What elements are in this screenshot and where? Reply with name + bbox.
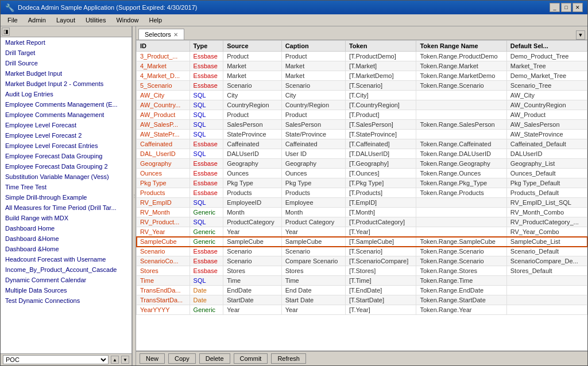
table-cell: Ounces [223, 169, 281, 178]
copy-button[interactable]: Copy [168, 353, 196, 364]
sidebar-item-multiple-data-sources[interactable]: Multiple Data Sources [1, 285, 131, 295]
table-row[interactable]: AW_ProductSQLProductProduct[T.Product]AW… [137, 110, 587, 120]
table-row[interactable]: 4_Market_D...EssbaseMarketMarket[T.Marke… [137, 71, 587, 81]
table-row[interactable]: AW_CitySQLCityCity[T.City]AW_City [137, 91, 587, 100]
table-row[interactable]: Pkg TypeEssbasePkg TypePkg Type[T.Pkg Ty… [137, 178, 587, 188]
sidebar-item-audit-log[interactable]: Audit Log Entries [1, 89, 131, 99]
sidebar-item-subst-var-manager[interactable]: Substitution Variable Manager (Vess) [1, 172, 131, 182]
table-row[interactable]: AW_StatePr...SQLStateProvinceState/Provi… [137, 130, 587, 139]
table-cell: Month [223, 208, 281, 217]
table-cell: [T.SalesPerson] [345, 120, 416, 130]
sidebar-item-dynamic-comment[interactable]: Dynamic Comment Calendar [1, 275, 131, 285]
sidebar-item-emp-level-forecast-entries[interactable]: Employee Level Forecast Entries [1, 141, 131, 151]
table-row[interactable]: OuncesEssbaseOuncesOunces[T.Ounces]Token… [137, 169, 587, 178]
menu-file[interactable]: File [3, 15, 22, 25]
table-cell: Products_Default [506, 188, 587, 198]
table-row[interactable]: GeographyEssbaseGeographyGeography[T.Geo… [137, 159, 587, 169]
tab-scroll-button[interactable]: ▼ [576, 30, 585, 40]
table-row[interactable]: RV_EmpIDSQLEmployeeIDEmployee[T.EmpID]RV… [137, 198, 587, 208]
menu-admin[interactable]: Admin [24, 15, 51, 25]
minimize-button[interactable]: _ [550, 3, 560, 12]
table-cell: [T.CountryRegion] [345, 100, 416, 110]
maximize-button[interactable]: □ [561, 3, 571, 12]
sidebar-nav-up[interactable]: ▲ [111, 356, 119, 364]
sidebar-item-market-budget[interactable]: Market Budget Input [1, 68, 131, 79]
table-row[interactable]: AW_Country...SQLCountryRegionCountry/Reg… [137, 100, 587, 110]
table-row[interactable]: SampleCubeGenericSampleCubeSampleCube[T.… [137, 237, 587, 247]
sidebar-item-time-tree-test[interactable]: Time Tree Test [1, 182, 131, 192]
sidebar-item-drill-through[interactable]: Simple Drill-through Example [1, 192, 131, 203]
sidebar-item-market-report[interactable]: Market Report [1, 37, 131, 48]
sidebar-item-emp-comments-mgmt-e[interactable]: Employee Comments Management (E... [1, 99, 131, 110]
table-row[interactable]: 4_MarketEssbaseMarketMarket[T.Market]Tok… [137, 61, 587, 71]
table-cell: Stores [281, 266, 345, 276]
new-button[interactable]: New [140, 353, 165, 364]
table-cell: AW_StatePr... [137, 130, 190, 139]
sidebar-item-dashboard-home[interactable]: Dashboard Home [1, 223, 131, 233]
table-cell: AW_StateProvince [506, 130, 587, 139]
table-cell [416, 91, 506, 100]
table-row[interactable]: TimeSQLTimeTime[T.Time]Token.Range.Time [137, 276, 587, 286]
table-cell: Geography [281, 159, 345, 169]
sidebar-item-build-range-mdx[interactable]: Build Range with MDX [1, 213, 131, 223]
menu-window[interactable]: Window [111, 15, 143, 25]
table-cell: Token.Range.Products [416, 188, 506, 198]
table-row[interactable]: TransStartDa...DateStartDateStart Date[T… [137, 295, 587, 305]
table-row[interactable]: CaffeinatedEssbaseCaffeinatedCaffeinated… [137, 139, 587, 149]
table-container[interactable]: ID Type Source Caption Token Token Range… [136, 40, 587, 351]
table-row[interactable]: StoresEssbaseStoresStores[T.Stores]Token… [137, 266, 587, 276]
table-cell: StateProvince [223, 130, 281, 139]
table-cell: DAL_UserID [137, 149, 190, 159]
sidebar-nav-down[interactable]: ▼ [121, 356, 129, 364]
table-row[interactable]: 3_Product_...EssbaseProductProduct[T.Pro… [137, 52, 587, 61]
sidebar-item-drill-target[interactable]: Drill Target [1, 48, 131, 58]
sidebar-item-dashboard-ahome-2[interactable]: Dashboard &Home [1, 244, 131, 254]
sidebar-item-emp-level-forecast-2[interactable]: Employee Level Forecast 2 [1, 130, 131, 141]
menu-layout[interactable]: Layout [52, 15, 80, 25]
sidebar-item-dashboard-ahome-1[interactable]: Dashboard &Home [1, 233, 131, 244]
sidebar-item-emp-comments-mgmt[interactable]: Employee Comments Management [1, 110, 131, 120]
table-row[interactable]: RV_YearGenericYearYear[T.Year]RV_Year_Co… [137, 227, 587, 237]
table-cell: City [281, 91, 345, 100]
sidebar-item-emp-forecast-grouping-2[interactable]: Employee Forecast Data Grouping 2 [1, 161, 131, 172]
tab-selectors[interactable]: Selectors ✕ [138, 29, 184, 40]
sidebar-item-test-dynamic[interactable]: Test Dynamic Connections [1, 295, 131, 306]
sidebar-item-income-product[interactable]: Income_By_Product_Account_Cascade [1, 264, 131, 275]
table-row[interactable]: 5_ScenarioEssbaseScenarioScenario[T.Scen… [137, 81, 587, 91]
refresh-button[interactable]: Refresh [271, 353, 306, 364]
table-row[interactable]: TransEndDa...DateEndDateEnd Date[T.EndDa… [137, 286, 587, 295]
table-cell: [T.ScenarioCompare] [345, 256, 416, 266]
sidebar-item-emp-level-forecast[interactable]: Employee Level Forecast [1, 120, 131, 130]
sidebar-item-headcount-forecast[interactable]: Headcount Forecast with Username [1, 254, 131, 264]
table-cell [506, 305, 587, 315]
table-row[interactable]: ScenarioCo...EssbaseScenarioCompare Scen… [137, 256, 587, 266]
table-cell: [T.StateProvince] [345, 130, 416, 139]
sidebar-item-all-measures[interactable]: All Measures for Time Period (Drill Tar.… [1, 203, 131, 213]
table-cell: [T.Year] [345, 227, 416, 237]
delete-button[interactable]: Delete [199, 353, 230, 364]
sidebar-category-select[interactable]: POC [3, 355, 109, 364]
sidebar-pin-button[interactable]: ◨ [2, 28, 10, 36]
table-cell: Scenario [223, 81, 281, 91]
close-button[interactable]: ✕ [572, 3, 583, 12]
table-row[interactable]: DAL_UserIDSQLDALUserIDUser ID[T.DALUserI… [137, 149, 587, 159]
tab-selectors-close[interactable]: ✕ [173, 32, 178, 38]
table-row[interactable]: RV_MonthGenericMonthMonth[T.Month]RV_Mon… [137, 208, 587, 217]
sidebar-item-drill-source[interactable]: Drill Source [1, 58, 131, 68]
table-cell: Geography_List [506, 159, 587, 169]
sidebar-item-emp-forecast-grouping[interactable]: Employee Forecast Data Grouping [1, 151, 131, 161]
table-cell: Generic [189, 237, 223, 247]
table-row[interactable]: ProductsEssbaseProductsProducts[T.Produc… [137, 188, 587, 198]
table-cell: Essbase [189, 247, 223, 256]
menu-help[interactable]: Help [145, 15, 167, 25]
table-row[interactable]: RV_Product...SQLProductCategoryProduct C… [137, 217, 587, 227]
table-cell: Token.Range.Stores [416, 266, 506, 276]
table-row[interactable]: AW_SalesP...SQLSalesPersonSalesPerson[T.… [137, 120, 587, 130]
menu-utilities[interactable]: Utilities [81, 15, 110, 25]
table-row[interactable]: ScenarioEssbaseScenarioScenario[T.Scenar… [137, 247, 587, 256]
sidebar-item-market-budget-comments[interactable]: Market Budget Input 2 - Comments [1, 79, 131, 89]
table-row[interactable]: YearYYYYGenericYearYear[T.Year]Token.Ran… [137, 305, 587, 315]
table-cell: [T.ProductDemo] [345, 52, 416, 61]
commit-button[interactable]: Commit [234, 353, 268, 364]
table-cell [416, 100, 506, 110]
